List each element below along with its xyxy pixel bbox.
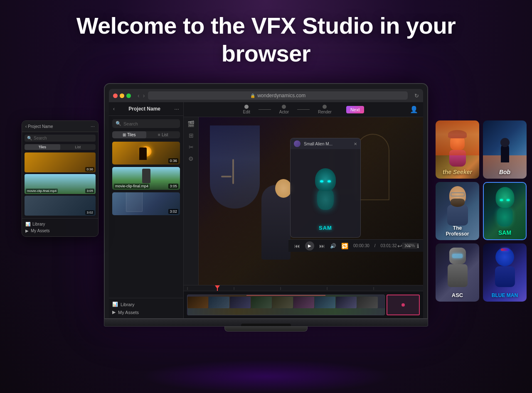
asc-figure: [448, 248, 468, 287]
sam-eyes: [500, 199, 510, 201]
play-button[interactable]: ▶: [305, 241, 314, 251]
clip-duration-2: 3:05: [168, 184, 178, 189]
char-card-seeker[interactable]: the Seeker: [436, 120, 479, 179]
floating-clip-list: 0:36 movie-clip-final.mp4 3:05 3:02: [22, 152, 98, 216]
floating-library-item[interactable]: 📊 Library: [25, 222, 95, 226]
char-card-asc[interactable]: ASC: [436, 243, 479, 302]
grid-tool-icon[interactable]: ⊞: [189, 132, 194, 139]
project-name-label: Project Name: [128, 106, 160, 112]
character-cards-grid: the Seeker Bob TheProfessor: [436, 120, 527, 302]
timeline-ruler: | | | | |: [184, 285, 423, 291]
undo-button[interactable]: ↩: [397, 243, 402, 249]
step-render: Render: [318, 105, 332, 114]
laptop-base: [104, 319, 428, 327]
list-view-button[interactable]: ≡ List: [146, 131, 180, 138]
floating-sidebar-panel: ‹ Project Name ··· 🔍 Search Tiles List 0…: [22, 120, 99, 237]
settings-tool-icon[interactable]: ⚙: [188, 155, 194, 162]
professor-figure: [447, 186, 468, 226]
clip-item-1[interactable]: 0:36: [112, 142, 180, 165]
laptop-stand: [224, 327, 308, 332]
char-card-close-button[interactable]: ✕: [354, 142, 357, 146]
bob-label: Bob: [483, 169, 527, 175]
floating-search-icon: 🔍: [27, 136, 32, 140]
playhead[interactable]: [217, 285, 218, 291]
clip-item-2[interactable]: movie-clip-final.mp4 3:05: [112, 167, 180, 190]
view-toggle: ⊞ Tiles ≡ List: [112, 131, 180, 138]
character-selection-card[interactable]: Small Alien M... ✕: [290, 138, 361, 238]
asc-head: [449, 248, 466, 264]
redo-button[interactable]: ↪: [406, 243, 411, 249]
sidebar: ‹ Project Name ··· 🔍 Search ⊞ Tiles ≡ Li: [109, 102, 184, 318]
floating-assets-item[interactable]: ▶ My Assets: [25, 228, 95, 233]
floating-clip-2[interactable]: movie-clip-final.mp4 3:05: [25, 174, 96, 194]
char-card-sam[interactable]: SAM: [483, 182, 527, 240]
floating-clip-2-duration: 3:05: [85, 189, 94, 193]
floating-library-icon: 📊: [25, 222, 30, 226]
play-icon: ▶: [308, 243, 311, 248]
floating-clip-1-duration: 0:36: [85, 167, 94, 172]
info-button[interactable]: ℹ: [417, 243, 419, 249]
search-bar[interactable]: 🔍 Search: [112, 119, 180, 128]
refresh-button[interactable]: ↻: [414, 93, 419, 99]
sam-head: [495, 187, 514, 208]
close-window-button[interactable]: [113, 93, 118, 98]
step-edit: Edit: [243, 105, 250, 114]
timeline-tracks: [184, 291, 423, 318]
tiles-view-button[interactable]: ⊞ Tiles: [112, 131, 146, 138]
app-screen: ‹ Project Name ··· 🔍 Search ⊞ Tiles ≡ Li: [109, 102, 423, 318]
url-bar[interactable]: 🔒 wonderdynamics.com: [148, 91, 408, 100]
floating-list-btn[interactable]: List: [60, 144, 96, 150]
end-marker-clip[interactable]: [387, 295, 420, 315]
clip-item-3[interactable]: 3:02: [112, 192, 180, 215]
url-text: wonderdynamics.com: [257, 93, 305, 98]
cursor-tool-icon[interactable]: ✂: [189, 144, 194, 150]
char-card-professor[interactable]: TheProfessor: [436, 182, 479, 240]
sam-alien-figure: [495, 187, 514, 226]
back-arrow-icon[interactable]: ‹: [138, 92, 140, 99]
floating-panel-back[interactable]: ‹ Project Name: [25, 124, 53, 129]
floating-panel-menu[interactable]: ···: [91, 123, 95, 129]
alien-head: [315, 168, 336, 191]
char-card-blueman[interactable]: BLUE MAN: [483, 243, 527, 302]
clip-duration-3: 3:02: [168, 209, 178, 214]
time-separator: /: [374, 243, 376, 248]
traffic-lights: [113, 93, 131, 98]
alien-eye-left: [320, 180, 323, 182]
next-step-button[interactable]: Next: [346, 106, 364, 113]
char-card-bob[interactable]: Bob: [483, 120, 527, 179]
user-avatar-icon[interactable]: 👤: [410, 106, 418, 113]
sam-eye-right: [507, 199, 510, 201]
sam-label: SAM: [484, 229, 526, 236]
minimize-window-button[interactable]: [120, 93, 124, 98]
list-icon: ≡: [158, 133, 160, 137]
alien-eye-right: [328, 180, 331, 182]
floating-clip-1[interactable]: 0:36: [25, 152, 96, 172]
step-dot-edit: [244, 105, 249, 109]
floating-clip-3[interactable]: 3:02: [25, 196, 96, 216]
sidebar-back-button[interactable]: ‹: [113, 106, 115, 112]
sidebar-menu-button[interactable]: ···: [174, 106, 179, 112]
step-line-2: [297, 109, 310, 110]
workflow-steps: Edit Actor Render Next: [243, 105, 364, 114]
clip-list: 0:36 movie-clip-final.mp4 3:05 3:02: [109, 142, 183, 298]
skip-back-button[interactable]: ⏮: [294, 243, 300, 249]
main-video-track[interactable]: [187, 295, 385, 315]
maximize-window-button[interactable]: [126, 93, 131, 98]
film-tool-icon[interactable]: 🎬: [187, 120, 195, 127]
loop-button[interactable]: 🔁: [341, 243, 348, 249]
floating-search[interactable]: 🔍 Search: [25, 135, 96, 142]
laptop-notch: [241, 324, 291, 326]
skip-forward-button[interactable]: ⏭: [319, 243, 325, 249]
assets-nav-item[interactable]: ▶ My Assets: [112, 309, 180, 315]
professor-label: TheProfessor: [436, 225, 479, 237]
volume-icon[interactable]: 🔊: [330, 243, 336, 249]
prof-glasses: [451, 192, 465, 196]
prof-head: [449, 186, 466, 205]
char-name-label: SAM: [319, 225, 332, 231]
sam-eye-left: [500, 199, 503, 201]
forward-arrow-icon[interactable]: ›: [143, 92, 145, 99]
library-nav-item[interactable]: 📊 Library: [112, 302, 180, 307]
floating-clip-3-duration: 3:02: [85, 210, 94, 215]
floating-tiles-btn[interactable]: Tiles: [25, 144, 60, 150]
sam-body: [497, 208, 513, 226]
